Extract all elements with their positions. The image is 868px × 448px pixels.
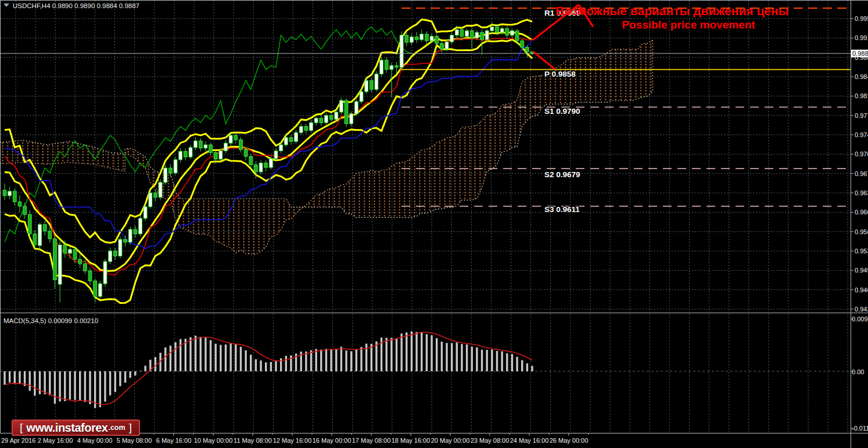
candle-body xyxy=(365,81,368,92)
annotation-text-english: Possible price movement xyxy=(622,19,755,31)
instaforex-watermark-logo: [ www.instaforex .com ] xyxy=(12,420,140,436)
candle-body xyxy=(134,230,137,234)
candle-body xyxy=(289,138,293,142)
candle-body xyxy=(480,33,484,40)
candle-body xyxy=(154,193,157,198)
candle-body xyxy=(234,135,238,140)
pivot-label-s2: S2 0.9679 xyxy=(544,170,580,179)
candle-body xyxy=(385,60,388,69)
candle-body xyxy=(88,271,92,281)
candle-body xyxy=(410,37,414,42)
price-scale-area[interactable] xyxy=(851,0,868,433)
candle-body xyxy=(224,143,228,150)
candle-body xyxy=(485,31,489,40)
candle-body xyxy=(299,127,303,132)
candle-body xyxy=(521,41,524,47)
annotation-text-russian: Возможные варианты движения цены xyxy=(555,4,788,17)
candle-body xyxy=(124,239,127,242)
pivot-label-s3: S3 0.9611 xyxy=(544,205,580,214)
candle-body xyxy=(259,163,263,172)
main-panel-layers: R1 0.9969P 0.9858S1 0.9790S2 0.9679S3 0.… xyxy=(0,5,851,303)
candle-body xyxy=(28,214,31,234)
candle-body xyxy=(109,251,112,261)
candle-body xyxy=(500,28,504,33)
candle-body xyxy=(58,245,62,285)
candle-body xyxy=(295,132,298,141)
candle-body xyxy=(450,35,454,42)
pivot-label-p: P 0.9858 xyxy=(544,70,576,78)
chart-canvas[interactable]: R1 0.9969P 0.9858S1 0.9790S2 0.9679S3 0.… xyxy=(0,0,868,448)
logo-bracket-left: [ xyxy=(20,421,23,434)
candle-body xyxy=(189,148,192,157)
candle-body xyxy=(113,251,117,256)
candle-body xyxy=(94,281,97,296)
candle-body xyxy=(128,230,132,242)
logo-bracket-right: ] xyxy=(129,421,132,434)
candle-body xyxy=(425,34,428,41)
candle-body xyxy=(420,34,424,40)
candle-body xyxy=(279,145,283,150)
panel-borders xyxy=(0,0,868,448)
candle-body xyxy=(339,101,343,112)
candle-body xyxy=(199,141,202,148)
candle-body xyxy=(390,66,393,70)
grid-lines xyxy=(1,1,851,433)
macd-indicator-label: MACD(5,34,5) 0.00099 0.00210 xyxy=(3,317,98,324)
candle-body xyxy=(23,206,27,214)
candle-body xyxy=(415,37,418,40)
logo-domain-suffix: .com xyxy=(108,424,125,432)
candle-body xyxy=(496,27,499,33)
candle-body xyxy=(43,224,46,231)
candle-body xyxy=(18,202,21,206)
candle-body xyxy=(164,168,167,182)
candle-body xyxy=(525,48,529,52)
candle-body xyxy=(375,74,378,89)
candle-body xyxy=(335,112,338,119)
candle-body xyxy=(184,152,187,157)
macd-signal-line xyxy=(5,332,532,404)
candle-body xyxy=(229,135,232,143)
candle-body xyxy=(144,207,147,218)
candle-body xyxy=(360,92,363,102)
candle-body xyxy=(219,151,223,159)
candle-body xyxy=(239,140,243,150)
candle-body xyxy=(505,28,509,35)
candle-body xyxy=(465,31,469,37)
candle-body xyxy=(204,145,207,148)
chart-title-ohlc: USDCHF,H4 0.9890 0.9890 0.9884 0.9887 xyxy=(13,2,139,9)
candle-body xyxy=(214,152,217,159)
candle-body xyxy=(139,218,142,234)
candle-body xyxy=(194,141,198,147)
candle-body xyxy=(310,123,313,130)
logo-url-text: www.instaforex xyxy=(26,421,107,435)
candle-body xyxy=(380,60,383,74)
candle-body xyxy=(159,182,162,198)
candle-body xyxy=(63,245,67,253)
pivot-label-s1: S1 0.9790 xyxy=(544,107,580,116)
candle-body xyxy=(304,127,308,131)
candle-body xyxy=(174,160,177,173)
candle-body xyxy=(460,30,464,36)
macd-panel-layers xyxy=(5,331,532,408)
candle-body xyxy=(78,259,82,264)
candle-body xyxy=(395,66,399,67)
chart-symbol-triangle-icon[interactable] xyxy=(3,3,9,7)
candle-body xyxy=(119,239,122,256)
candle-body xyxy=(38,224,42,245)
candle-body xyxy=(440,44,443,49)
candle-body xyxy=(490,27,494,31)
candle-body xyxy=(3,190,6,196)
candle-body xyxy=(8,191,12,196)
candle-body xyxy=(354,102,358,114)
candle-body xyxy=(470,31,474,38)
candle-body xyxy=(511,31,514,35)
chart-generated-layers: R1 0.9969P 0.9858S1 0.9790S2 0.9679S3 0.… xyxy=(0,0,868,448)
candle-body xyxy=(284,138,288,145)
candle-body xyxy=(149,193,152,207)
candle-body xyxy=(249,156,253,164)
forecast-arrow xyxy=(533,52,555,69)
candle-body xyxy=(320,118,323,123)
candle-body xyxy=(98,284,102,296)
candle-body xyxy=(103,261,107,284)
candle-body xyxy=(269,159,272,167)
